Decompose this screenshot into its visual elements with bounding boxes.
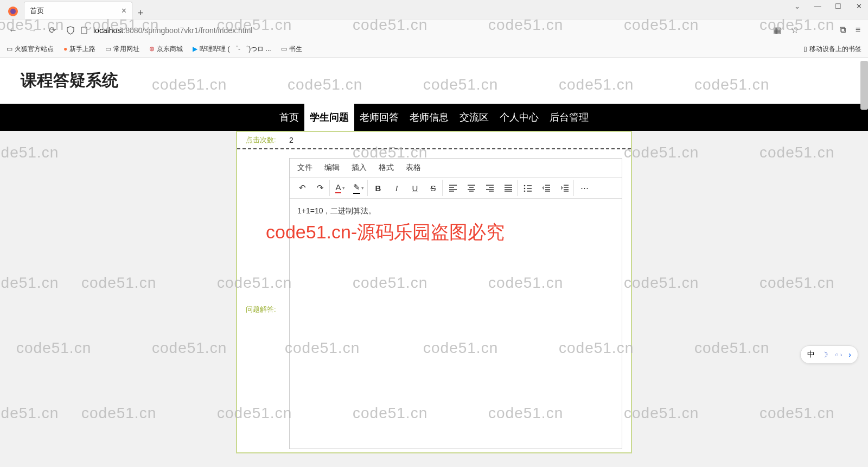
answer-label: 问题解答: <box>246 153 289 449</box>
scrollbar-thumb[interactable] <box>860 61 868 110</box>
nav-forum[interactable]: 交流区 <box>454 104 494 131</box>
click-count-value: 2 <box>289 136 293 144</box>
svg-point-1 <box>10 9 16 14</box>
page-title: 课程答疑系统 <box>21 70 847 92</box>
url-host: localhost <box>93 26 123 35</box>
outdent-button[interactable] <box>537 180 556 196</box>
mobile-bookmarks[interactable]: ▯移动设备上的书签 <box>803 45 861 54</box>
highlight-button[interactable]: ✎▾ <box>349 180 368 196</box>
menu-file[interactable]: 文件 <box>297 163 312 173</box>
ime-dots-icon: ○ › <box>835 351 842 358</box>
dropdown-icon[interactable]: ⌄ <box>792 2 802 10</box>
bookmark-item[interactable]: ⊕京东商城 <box>149 45 183 54</box>
italic-button[interactable]: I <box>387 180 406 196</box>
firefox-icon: ● <box>63 45 67 53</box>
strike-button[interactable]: S <box>424 180 443 196</box>
editor-menubar: 文件 编辑 插入 格式 表格 <box>290 159 622 178</box>
maximize-icon[interactable]: ☐ <box>833 2 843 10</box>
text-color-button[interactable]: A▾ <box>331 180 349 196</box>
reload-button[interactable]: ⟳ <box>47 25 58 36</box>
nav-home[interactable]: 首页 <box>274 104 304 131</box>
align-right-button[interactable] <box>481 180 499 196</box>
extensions-icon[interactable]: ⧉ <box>840 25 846 35</box>
detail-panel: 点击次数: 2 问题解答: 文件 编辑 插入 格式 表格 ↶ ↷ A▾ ✎▾ B <box>236 131 632 453</box>
address-bar: ← → ⟳ localhost:8080/springboot7vkr1/fro… <box>0 19 868 41</box>
browser-tab[interactable]: 首页 × <box>24 2 132 19</box>
undo-button[interactable]: ↶ <box>293 180 311 196</box>
new-tab-button[interactable]: + <box>132 8 149 19</box>
folder-icon: ▭ <box>281 45 287 53</box>
tab-title: 首页 <box>30 6 44 16</box>
tab-strip: 首页 × + <box>0 0 868 19</box>
ime-lang: 中 <box>807 350 815 359</box>
rich-text-editor: 文件 编辑 插入 格式 表格 ↶ ↷ A▾ ✎▾ B I U S <box>289 158 622 449</box>
click-count-label: 点击次数: <box>246 135 289 145</box>
ime-indicator[interactable]: 中 ☽ ○ › › <box>800 345 858 364</box>
shield-icon <box>66 26 75 35</box>
nav-teacher-answer[interactable]: 老师回答 <box>354 104 404 131</box>
editor-body[interactable]: 1+1=10，二进制算法。 <box>290 199 622 449</box>
bookmark-item[interactable]: ▶哔哩哔哩 ( ゜- ゜)つロ ... <box>193 45 271 54</box>
content-area: 点击次数: 2 问题解答: 文件 编辑 插入 格式 表格 ↶ ↷ A▾ ✎▾ B <box>0 131 868 453</box>
bullet-list-button[interactable] <box>519 180 537 196</box>
close-window-icon[interactable]: ✕ <box>854 2 864 10</box>
nav-student-question[interactable]: 学生问题 <box>304 104 354 131</box>
bookmark-item[interactable]: ●新手上路 <box>63 45 95 54</box>
jd-icon: ⊕ <box>149 45 155 53</box>
back-button[interactable]: ← <box>8 25 18 36</box>
url-path: /springboot7vkr1/front/index.html <box>142 26 252 35</box>
align-center-button[interactable] <box>462 180 481 196</box>
bookmarks-bar: ▭火狐官方站点 ●新手上路 ▭常用网址 ⊕京东商城 ▶哔哩哔哩 ( ゜- ゜)つ… <box>0 41 868 57</box>
svg-point-4 <box>524 188 526 190</box>
menu-insert[interactable]: 插入 <box>352 163 367 173</box>
editor-content: 1+1=10，二进制算法。 <box>297 206 376 215</box>
bilibili-icon: ▶ <box>193 45 197 53</box>
underline-button[interactable]: U <box>406 180 424 196</box>
bookmark-item[interactable]: ▭常用网址 <box>105 45 139 54</box>
main-nav: 首页 学生问题 老师回答 老师信息 交流区 个人中心 后台管理 <box>0 104 868 131</box>
url-field[interactable]: localhost:8080/springboot7vkr1/front/ind… <box>66 26 764 35</box>
moon-icon: ☽ <box>821 350 828 359</box>
page-header: 课程答疑系统 <box>0 58 868 104</box>
menu-edit[interactable]: 编辑 <box>324 163 340 173</box>
menu-format[interactable]: 格式 <box>379 163 394 173</box>
menu-table[interactable]: 表格 <box>406 163 421 173</box>
svg-point-5 <box>524 191 526 192</box>
bookmark-star-icon[interactable]: ☆ <box>791 25 799 35</box>
click-count-row: 点击次数: 2 <box>237 132 631 149</box>
align-left-button[interactable] <box>444 180 462 196</box>
firefox-logo-icon <box>5 4 21 19</box>
nav-teacher-info[interactable]: 老师信息 <box>404 104 454 131</box>
more-button[interactable]: ⋯ <box>575 180 593 196</box>
chevron-right-icon[interactable]: › <box>848 350 851 359</box>
nav-profile[interactable]: 个人中心 <box>494 104 544 131</box>
align-justify-button[interactable] <box>499 180 518 196</box>
answer-row: 问题解答: 文件 编辑 插入 格式 表格 ↶ ↷ A▾ ✎▾ B I U <box>237 149 631 452</box>
page-icon <box>80 27 88 34</box>
bookmark-item[interactable]: ▭书生 <box>281 45 302 54</box>
bookmark-item[interactable]: ▭火狐官方站点 <box>7 45 54 54</box>
qr-icon[interactable]: ▦ <box>773 25 781 35</box>
folder-icon: ▭ <box>7 45 12 53</box>
svg-point-3 <box>524 185 526 187</box>
redo-button[interactable]: ↷ <box>311 180 330 196</box>
indent-button[interactable] <box>556 180 574 196</box>
window-controls: ⌄ — ☐ ✕ <box>792 2 864 10</box>
minimize-icon[interactable]: — <box>813 2 822 10</box>
browser-chrome: 首页 × + ← → ⟳ localhost:8080/springboot7v… <box>0 0 868 58</box>
folder-icon: ▭ <box>105 45 111 53</box>
mobile-icon: ▯ <box>803 45 807 53</box>
svg-rect-2 <box>81 27 87 34</box>
forward-button[interactable]: → <box>27 25 38 36</box>
tab-close-icon[interactable]: × <box>122 6 126 16</box>
app-menu-icon[interactable]: ≡ <box>856 25 860 35</box>
nav-admin[interactable]: 后台管理 <box>544 104 594 131</box>
editor-toolbar: ↶ ↷ A▾ ✎▾ B I U S <box>290 178 622 199</box>
bold-button[interactable]: B <box>369 180 387 196</box>
